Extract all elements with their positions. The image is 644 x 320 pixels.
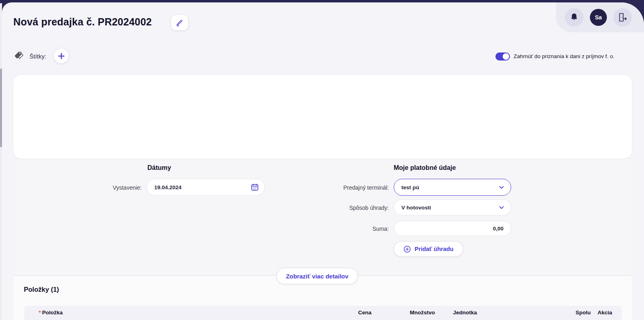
- items-heading: Položky (1): [24, 286, 59, 293]
- page-title: Nová predajka č. PR2024002: [13, 16, 152, 28]
- column-item: *Položka: [39, 310, 63, 316]
- column-price: Cena: [358, 310, 371, 316]
- logout-button[interactable]: [613, 8, 632, 27]
- app-window: Sa Nová predajka č. PR2024002: [0, 0, 644, 320]
- add-payment-label: Pridať úhradu: [415, 246, 453, 252]
- bell-icon: [569, 13, 579, 22]
- calendar-icon[interactable]: [250, 183, 259, 192]
- required-marker: *: [39, 310, 41, 316]
- edit-title-button[interactable]: [171, 15, 188, 30]
- column-action: Akcia: [598, 310, 612, 316]
- circled-plus-icon: [403, 245, 411, 253]
- show-more-details-button[interactable]: Zobraziť viac detailov: [277, 268, 358, 284]
- column-quantity: Množstvo: [410, 310, 435, 316]
- chevron-down-icon: [498, 184, 505, 191]
- tax-declaration-label: Zahrnúť do priznania k dani z príjmov f.…: [514, 53, 615, 59]
- amount-label: Suma:: [272, 226, 389, 232]
- add-payment-button[interactable]: Pridať úhradu: [394, 241, 463, 257]
- items-table-header: *Položka Cena Množstvo Jednotka Spolu Ak…: [24, 306, 622, 320]
- issue-date-label: Vystavenie:: [38, 184, 142, 191]
- payment-method-value: V hotovosti: [401, 205, 431, 211]
- header-actions: Sa: [556, 2, 644, 32]
- sale-form-card: Odberateľ: Vyhľadať v adresári podľa náz…: [13, 75, 632, 159]
- tax-declaration-toggle[interactable]: [495, 52, 510, 61]
- issue-date-value: 19.04.2024: [154, 184, 182, 190]
- dates-payment-section: Dátumy Vystavenie: 19.04.2024 Moje plato…: [13, 159, 632, 276]
- issue-date-input[interactable]: 19.04.2024: [147, 179, 265, 196]
- payment-heading: Moje platobné údaje: [394, 164, 456, 172]
- add-tag-button[interactable]: [54, 48, 69, 63]
- terminal-label: Predajný terminál:: [272, 184, 389, 191]
- payment-method-select[interactable]: V hotovosti: [394, 199, 511, 215]
- amount-value: 0,00: [493, 226, 503, 232]
- terminal-select[interactable]: test pú: [394, 179, 511, 196]
- terminal-select-value: test pú: [401, 184, 419, 190]
- door-exit-icon: [617, 12, 628, 23]
- dates-heading: Dátumy: [147, 164, 171, 172]
- notifications-button[interactable]: [565, 8, 583, 27]
- user-avatar[interactable]: Sa: [590, 9, 607, 26]
- scrollbar[interactable]: [0, 3, 2, 320]
- toggle-knob: [503, 53, 509, 60]
- column-unit: Jednotka: [453, 310, 477, 316]
- pencil-icon: [175, 18, 184, 27]
- payment-method-label: Spôsob úhrady:: [272, 205, 389, 211]
- chevron-down-icon: [498, 204, 505, 211]
- scrollbar-thumb[interactable]: [0, 69, 2, 147]
- tag-icon: [13, 50, 25, 62]
- column-total: Spolu: [567, 310, 591, 316]
- plus-icon: [57, 52, 65, 60]
- amount-input[interactable]: 0,00: [394, 221, 511, 236]
- tags-label: Štítky:: [29, 53, 46, 60]
